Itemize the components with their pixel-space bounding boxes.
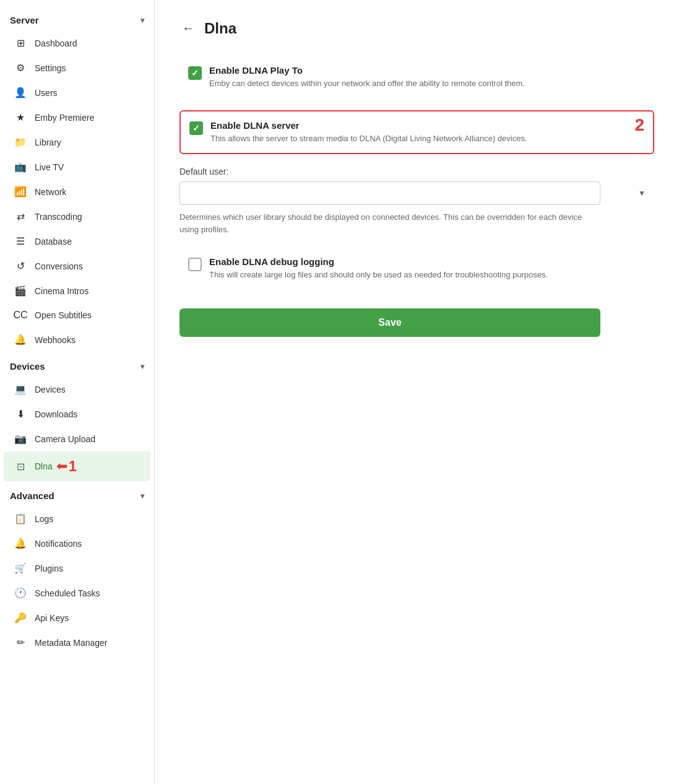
sidebar-item-database[interactable]: ☰ Database — [4, 229, 150, 253]
play-to-checkbox[interactable] — [188, 66, 202, 80]
sidebar-item-logs[interactable]: 📋 Logs — [4, 507, 150, 531]
sidebar-item-library[interactable]: 📁 Library — [4, 130, 150, 154]
devices-chevron-icon: ▾ — [141, 362, 144, 371]
webhooks-icon: 🔔 — [14, 334, 27, 346]
devices-section-label: Devices — [10, 361, 45, 372]
settings-icon: ⚙ — [14, 62, 27, 74]
subtitles-icon: CC — [14, 310, 27, 321]
arrow-1-icon: ⬅ — [56, 458, 67, 474]
devices-icon: 💻 — [14, 383, 27, 395]
page-header: ← Dlna — [179, 19, 654, 38]
advanced-section-header[interactable]: Advanced ▾ — [0, 482, 154, 506]
sidebar-item-metadata-manager[interactable]: ✏ Metadata Manager — [4, 630, 150, 655]
library-icon: 📁 — [14, 136, 27, 148]
debug-unchecked-icon[interactable] — [188, 258, 202, 271]
play-to-option-text: Enable DLNA Play To Emby can detect devi… — [209, 65, 525, 89]
notifications-icon: 🔔 — [14, 538, 27, 549]
sidebar-item-network[interactable]: 📶 Network — [4, 180, 150, 204]
sidebar-item-devices[interactable]: 💻 Devices — [4, 377, 150, 401]
advanced-section-label: Advanced — [10, 490, 54, 501]
live-tv-icon: 📺 — [14, 161, 27, 173]
sidebar-item-plugins[interactable]: 🛒 Plugins — [4, 556, 150, 580]
play-to-checked-icon[interactable] — [188, 66, 202, 80]
sidebar-item-scheduled-tasks[interactable]: 🕐 Scheduled Tasks — [4, 581, 150, 605]
default-user-label: Default user: — [179, 167, 654, 176]
database-icon: ☰ — [14, 235, 27, 247]
dlna-icon: ⊡ — [14, 461, 27, 473]
sidebar: Server ▾ ⊞ Dashboard ⚙ Settings 👤 Users … — [0, 0, 155, 784]
sidebar-item-notifications[interactable]: 🔔 Notifications — [4, 531, 150, 555]
save-button[interactable]: Save — [179, 308, 600, 337]
downloads-icon: ⬇ — [14, 408, 27, 420]
camera-icon: 📷 — [14, 433, 27, 445]
network-icon: 📶 — [14, 186, 27, 198]
sidebar-item-emby-premiere[interactable]: ★ Emby Premiere — [4, 105, 150, 129]
default-user-section: Default user: Determines which user libr… — [179, 167, 654, 235]
sidebar-item-downloads[interactable]: ⬇ Downloads — [4, 402, 150, 426]
badge-1: 1 — [69, 458, 77, 475]
server-chevron-icon: ▾ — [141, 16, 144, 25]
logs-icon: 📋 — [14, 513, 27, 525]
debug-desc: This will create large log files and sho… — [209, 269, 548, 281]
enable-server-row: Enable DLNA server This allows the serve… — [179, 110, 654, 154]
sidebar-item-api-keys[interactable]: 🔑 Api Keys — [4, 606, 150, 630]
debug-logging-row: Enable DLNA debug logging This will crea… — [179, 248, 654, 289]
sidebar-item-dlna[interactable]: ⊡ Dlna ⬅ 1 — [4, 451, 150, 481]
page-title: Dlna — [204, 20, 236, 37]
api-keys-icon: 🔑 — [14, 612, 27, 624]
main-content: ← Dlna Enable DLNA Play To Emby can dete… — [155, 0, 679, 784]
sidebar-item-transcoding[interactable]: ⇄ Transcoding — [4, 204, 150, 229]
sidebar-item-webhooks[interactable]: 🔔 Webhooks — [4, 328, 150, 352]
metadata-icon: ✏ — [14, 637, 27, 648]
sidebar-item-live-tv[interactable]: 📺 Live TV — [4, 155, 150, 179]
debug-label: Enable DLNA debug logging — [209, 256, 548, 267]
server-desc: This allows the server to stream media t… — [210, 133, 527, 144]
cinema-icon: 🎬 — [14, 285, 27, 297]
back-button[interactable]: ← — [179, 19, 197, 38]
server-section-header[interactable]: Server ▾ — [0, 6, 154, 30]
default-user-select-wrapper — [179, 181, 654, 205]
server-section-label: Server — [10, 15, 39, 25]
plugins-icon: 🛒 — [14, 562, 27, 574]
server-checkbox[interactable] — [189, 121, 203, 135]
default-user-help: Determines which user library should be … — [179, 211, 600, 235]
sidebar-item-users[interactable]: 👤 Users — [4, 81, 150, 105]
devices-section-header[interactable]: Devices ▾ — [0, 352, 154, 377]
server-checked-icon[interactable] — [189, 121, 203, 135]
transcoding-icon: ⇄ — [14, 211, 27, 222]
star-icon: ★ — [14, 111, 27, 123]
debug-option-text: Enable DLNA debug logging This will crea… — [209, 256, 548, 281]
badge-2: 2 — [634, 115, 644, 135]
debug-checkbox[interactable] — [188, 258, 202, 271]
sidebar-item-conversions[interactable]: ↺ Conversions — [4, 254, 150, 278]
server-option-text: Enable DLNA server This allows the serve… — [210, 120, 527, 144]
play-to-label: Enable DLNA Play To — [209, 65, 525, 76]
scheduled-tasks-icon: 🕐 — [14, 587, 27, 599]
enable-play-to-row: Enable DLNA Play To Emby can detect devi… — [179, 56, 654, 98]
default-user-select[interactable] — [179, 181, 600, 205]
conversions-icon: ↺ — [14, 260, 27, 272]
sidebar-item-open-subtitles[interactable]: CC Open Subtitles — [4, 303, 150, 327]
sidebar-item-settings[interactable]: ⚙ Settings — [4, 56, 150, 80]
server-label: Enable DLNA server — [210, 120, 527, 131]
users-icon: 👤 — [14, 87, 27, 98]
sidebar-item-cinema-intros[interactable]: 🎬 Cinema Intros — [4, 279, 150, 303]
sidebar-item-dashboard[interactable]: ⊞ Dashboard — [4, 31, 150, 55]
play-to-desc: Emby can detect devices within your netw… — [209, 78, 525, 89]
dashboard-icon: ⊞ — [14, 37, 27, 49]
advanced-chevron-icon: ▾ — [141, 492, 144, 500]
sidebar-item-camera-upload[interactable]: 📷 Camera Upload — [4, 427, 150, 451]
